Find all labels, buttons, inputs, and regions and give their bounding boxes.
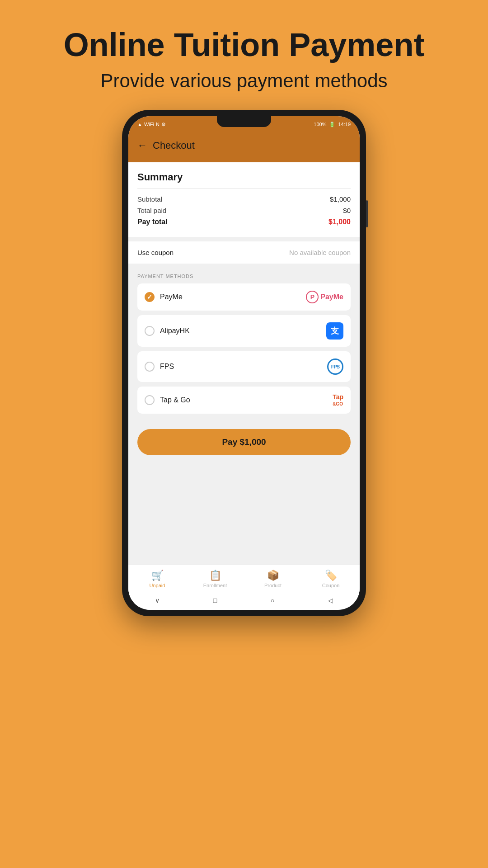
payme-p-icon: P (306, 291, 319, 303)
sys-circle-btn[interactable]: ○ (271, 597, 274, 604)
app-header: ← Checkout (128, 132, 360, 162)
nav-item-enrollment[interactable]: 📋 Enrollment (199, 570, 231, 588)
coupon-label: Use coupon (137, 249, 174, 256)
page-header: Online Tuition Payment Provide various p… (46, 0, 443, 105)
status-left: ▲ WiFi N ⚙ (137, 122, 166, 127)
payment-method-tapgo[interactable]: Tap & Go Tap&GO (137, 387, 351, 414)
fps-label: FPS (160, 363, 174, 371)
status-right: 100% 🔋 14:19 (314, 122, 351, 127)
enrollment-icon: 📋 (209, 570, 221, 581)
summary-divider (137, 189, 351, 189)
payment-section: PAYMENT METHODS ✓ PayMe P PayMe (128, 268, 360, 422)
coupon-icon: 🏷️ (325, 570, 337, 581)
payment-method-fps[interactable]: FPS FPS (137, 351, 351, 382)
phone-screen: ▲ WiFi N ⚙ 100% 🔋 14:19 ← Checkout (128, 116, 360, 610)
phone-side-button (366, 200, 368, 227)
fps-text: FPS (331, 364, 339, 369)
subtotal-value: $1,000 (330, 195, 351, 203)
product-icon: 📦 (267, 570, 279, 581)
pay-button[interactable]: Pay $1,000 (137, 429, 351, 455)
nav-item-product[interactable]: 📦 Product (257, 570, 289, 588)
content-area[interactable]: Summary Subtotal $1,000 Total paid $0 Pa… (128, 162, 360, 565)
sys-down-btn[interactable]: ∨ (155, 597, 160, 604)
system-nav: ∨ □ ○ ◁ (128, 591, 360, 610)
payment-left-payme: ✓ PayMe (145, 292, 183, 302)
payme-logo: P PayMe (306, 291, 343, 303)
pay-button-section: Pay $1,000 (128, 422, 360, 464)
nav-item-coupon[interactable]: 🏷️ Coupon (315, 570, 347, 588)
payment-left-tapgo: Tap & Go (145, 395, 190, 405)
sys-square-btn[interactable]: □ (213, 597, 217, 604)
page-subtitle: Provide various payment methods (64, 70, 425, 92)
back-button[interactable]: ← (137, 140, 147, 151)
signal-icon: ▲ (137, 122, 142, 127)
tapgo-label: Tap & Go (160, 396, 190, 404)
coupon-nav-label: Coupon (322, 583, 340, 588)
bottom-nav: 🛒 Unpaid 📋 Enrollment 📦 Product 🏷️ Coupo… (128, 565, 360, 591)
battery-icon: 🔋 (329, 122, 335, 127)
payment-left-alipay: AlipayHK (145, 326, 190, 336)
total-paid-value: $0 (343, 207, 351, 214)
radio-alipay (145, 326, 155, 336)
total-paid-label: Total paid (137, 207, 166, 214)
page-title: Online Tuition Payment (64, 27, 425, 63)
alipay-label: AlipayHK (160, 327, 190, 335)
coupon-value: No available coupon (289, 249, 351, 256)
coupon-section[interactable]: Use coupon No available coupon (128, 241, 360, 264)
time-text: 14:19 (338, 122, 351, 127)
unpaid-icon: 🛒 (151, 570, 164, 581)
phone-frame: ▲ WiFi N ⚙ 100% 🔋 14:19 ← Checkout (122, 110, 366, 616)
tapgo-logo: Tap&GO (333, 394, 343, 406)
nav-item-unpaid[interactable]: 🛒 Unpaid (141, 570, 173, 588)
radio-payme: ✓ (145, 292, 155, 302)
payme-label: PayMe (160, 293, 183, 301)
phone-notch (217, 116, 271, 127)
alipay-logo: 支 (326, 322, 343, 340)
product-label: Product (264, 583, 282, 588)
pay-total-row: Pay total $1,000 (137, 218, 351, 226)
enrollment-label: Enrollment (203, 583, 227, 588)
sys-back-btn[interactable]: ◁ (328, 597, 333, 604)
summary-section: Summary Subtotal $1,000 Total paid $0 Pa… (128, 162, 360, 237)
fps-logo: FPS (327, 359, 343, 375)
pay-total-value: $1,000 (328, 218, 351, 226)
subtotal-label: Subtotal (137, 195, 162, 203)
radio-tapgo (145, 395, 155, 405)
subtotal-row: Subtotal $1,000 (137, 195, 351, 203)
payme-text: PayMe (320, 293, 343, 301)
payment-section-label: PAYMENT METHODS (137, 274, 351, 279)
total-paid-row: Total paid $0 (137, 207, 351, 214)
radio-fps (145, 362, 155, 372)
pay-total-label: Pay total (137, 218, 168, 226)
battery-text: 100% (314, 122, 326, 127)
wifi-icon: WiFi (144, 122, 154, 127)
check-icon: ✓ (147, 293, 152, 301)
payment-method-payme[interactable]: ✓ PayMe P PayMe (137, 283, 351, 311)
settings-icon: ⚙ (161, 122, 166, 127)
header-title: Checkout (153, 140, 195, 151)
payment-method-alipay[interactable]: AlipayHK 支 (137, 315, 351, 347)
summary-title: Summary (137, 171, 351, 183)
payment-left-fps: FPS (145, 362, 174, 372)
unpaid-label: Unpaid (150, 583, 165, 588)
nfc-icon: N (156, 122, 160, 127)
